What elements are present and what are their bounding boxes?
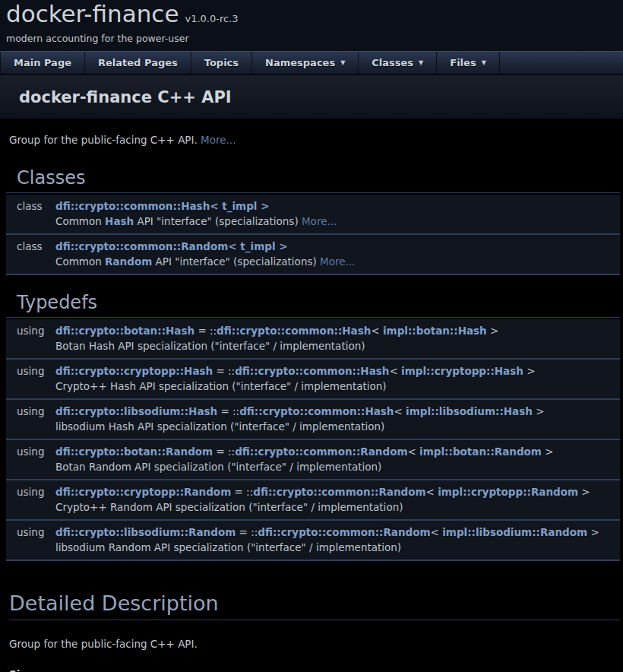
typedef-row: usingdfi::crypto::libsodium::Hash = ::df… [6,400,620,440]
member-link[interactable]: dfi::crypto::cryptopp::Random [55,486,231,498]
member-plain-text: < [426,486,438,498]
nav-tab-label: Files [450,52,476,74]
member-link[interactable]: Hash [105,215,134,227]
member-link[interactable]: dfi::crypto::common::Hash [235,365,389,377]
nav-tab-label: Related Pages [98,52,178,74]
member-declaration: usingdfi::crypto::libsodium::Hash = ::df… [6,404,620,419]
nav-tab-label: Topics [204,52,239,74]
member-link[interactable]: impl::libsodium::Hash [406,405,533,417]
nav-tab-main-page[interactable]: Main Page [0,52,85,74]
nav-tab-files[interactable]: Files▼ [437,52,500,74]
page-header: docker-finance C++ API [0,75,623,119]
member-declaration: usingdfi::crypto::libsodium::Random = ::… [6,525,620,540]
member-link[interactable]: impl::botan::Hash [383,325,487,337]
member-plain-text: Crypto++ Random API specialization ("int… [55,501,403,513]
member-declaration: usingdfi::crypto::cryptopp::Hash = ::dfi… [6,363,620,379]
member-name: dfi::crypto::botan::Random = ::dfi::cryp… [55,444,620,459]
detailed-description-heading: Detailed Description [9,591,620,620]
member-plain-text: > [542,445,554,458]
nav-tab-label: Classes [372,52,413,74]
member-description: libsodium Random API specialization ("in… [55,540,620,555]
member-kind: using [6,323,55,338]
nav-tab-label: Main Page [14,52,71,74]
member-plain-text: = :: [213,365,235,377]
project-version: v1.0.0-rc.3 [185,13,239,24]
member-kind: using [6,525,55,540]
member-link[interactable]: dfi::crypto::libsodium::Random [55,526,236,538]
typedef-row: usingdfi::crypto::botan::Hash = ::dfi::c… [6,319,620,360]
member-plain-text: > [578,486,590,498]
member-link[interactable]: dfi::crypto::botan::Random [55,445,213,458]
member-description: Crypto++ Hash API specialization ("inter… [55,379,620,394]
member-link[interactable]: dfi::crypto::common::Random [253,486,425,498]
member-plain-text: Common [55,215,105,227]
member-plain-text: < [431,526,443,538]
member-link[interactable]: impl::cryptopp::Random [438,486,578,498]
member-link[interactable]: dfi::crypto::botan::Hash [55,325,194,337]
member-plain-text: API "interface" (specializations) [152,255,320,268]
more-link[interactable]: More... [320,255,355,268]
nav-tab-topics[interactable]: Topics [191,52,252,74]
member-declaration: usingdfi::crypto::botan::Random = ::dfi:… [6,444,620,459]
member-plain-text: > [587,526,599,538]
member-link[interactable]: dfi::crypto::common::Hash [217,325,371,337]
intro-paragraph: Group for the public-facing C++ API. Mor… [9,133,614,147]
nav-tab-related-pages[interactable]: Related Pages [85,52,191,74]
member-name: dfi::crypto::botan::Hash = ::dfi::crypto… [55,323,620,338]
member-link[interactable]: Random [105,255,152,268]
member-plain-text: = :: [217,405,239,417]
member-description: Botan Random API specialization ("interf… [55,459,620,474]
since-block: Since docker-finance 1.0.0 [9,668,614,672]
main-nav: Main PageRelated PagesTopicsNamespaces▼C… [0,51,623,75]
member-link[interactable]: dfi::crypto::common::Hash< t_impl > [55,200,269,212]
typedef-row: usingdfi::crypto::libsodium::Random = ::… [6,521,620,561]
member-description: Crypto++ Random API specialization ("int… [55,499,620,515]
member-link[interactable]: dfi::crypto::common::Random< t_impl > [55,240,288,252]
class-row: classdfi::crypto::common::Random< t_impl… [6,235,620,275]
title-area: docker-financev1.0.0-rc.3 modern account… [0,0,623,51]
member-name: dfi::crypto::cryptopp::Hash = ::dfi::cry… [55,363,620,379]
member-plain-text: < [389,365,401,377]
member-link[interactable]: dfi::crypto::cryptopp::Hash [55,365,213,377]
member-description: Botan Hash API specialization ("interfac… [55,338,620,353]
member-plain-text: libsodium Hash API specialization ("inte… [55,420,384,433]
member-kind: class [6,198,55,214]
since-label: Since [9,668,614,672]
nav-tab-classes[interactable]: Classes▼ [359,52,437,74]
more-link[interactable]: More... [201,134,236,146]
member-link[interactable]: impl::libsodium::Random [442,526,587,538]
project-name-text: docker-finance [6,0,179,27]
classes-heading: Classes [6,167,620,193]
more-link[interactable]: More... [302,215,337,227]
member-description: Common Random API "interface" (specializ… [55,254,620,269]
member-plain-text: Common [55,255,105,268]
member-link[interactable]: impl::cryptopp::Hash [401,365,523,377]
member-link[interactable]: impl::botan::Random [419,445,542,458]
member-plain-text: = :: [213,445,235,458]
nav-tab-label: Namespaces [265,52,335,74]
member-link[interactable]: dfi::crypto::common::Hash [239,405,394,417]
page-contents: Group for the public-facing C++ API. Mor… [0,133,623,672]
member-plain-text: Botan Hash API specialization ("interfac… [55,340,365,352]
member-link[interactable]: dfi::crypto::common::Random [235,445,407,458]
member-kind: class [6,239,55,254]
member-plain-text: Botan Random API specialization ("interf… [55,461,381,473]
member-link[interactable]: dfi::crypto::common::Random [258,526,430,538]
chevron-down-icon: ▼ [419,60,423,66]
typedef-row: usingdfi::crypto::cryptopp::Random = ::d… [6,480,620,521]
project-brief: modern accounting for the power-user [6,33,623,44]
nav-tab-namespaces[interactable]: Namespaces▼ [252,52,359,74]
member-description: Common Hash API "interface" (specializat… [55,214,620,229]
nav-tab-list: Main PageRelated PagesTopicsNamespaces▼C… [0,52,623,74]
member-plain-text: < [371,325,383,337]
member-plain-text: < [408,445,420,458]
intro-text: Group for the public-facing C++ API. [9,134,198,146]
member-link[interactable]: dfi::crypto::libsodium::Hash [55,405,217,417]
detailed-description-text: Group for the public-facing C++ API. [9,637,614,651]
member-declaration: classdfi::crypto::common::Hash< t_impl > [6,198,620,214]
member-name: dfi::crypto::libsodium::Random = ::dfi::… [55,525,620,540]
chevron-down-icon: ▼ [482,60,486,66]
member-plain-text: > [523,365,536,377]
member-declaration: classdfi::crypto::common::Random< t_impl… [6,239,620,254]
member-plain-text: Crypto++ Hash API specialization ("inter… [55,380,387,392]
